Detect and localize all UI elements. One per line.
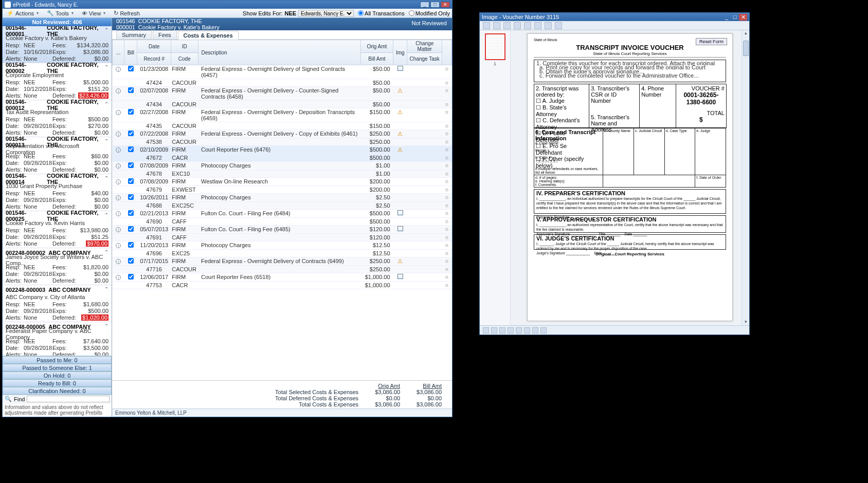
actions-menu[interactable]: ⚡Actions — [5, 9, 41, 17]
minimize-button[interactable]: _ — [420, 2, 429, 8]
image-icon[interactable] — [397, 274, 403, 279]
close-button[interactable]: ✕ — [441, 2, 450, 8]
row-menu-icon[interactable]: ≡ — [442, 170, 451, 178]
bill-checkbox[interactable] — [128, 194, 134, 200]
collapse-icon[interactable]: ⌃ — [104, 138, 109, 144]
col-orig-amt[interactable]: Orig Amt — [360, 40, 393, 53]
row-menu-icon[interactable]: ≡ — [442, 87, 451, 101]
page-thumbnail[interactable] — [485, 33, 505, 60]
info-icon[interactable]: i — [116, 243, 121, 248]
info-icon[interactable]: i — [116, 227, 121, 232]
row-menu-icon[interactable]: ≡ — [442, 218, 451, 226]
case-item[interactable]: ⌃ 001546-000012 COOKIE FACTORY, THE Tax … — [3, 100, 112, 137]
row-menu-icon[interactable]: ≡ — [442, 257, 451, 266]
col-selector[interactable]: ... — [113, 40, 124, 65]
reset-form-button[interactable]: Reset Form — [696, 38, 727, 45]
col-id[interactable]: ID — [171, 40, 198, 53]
row-menu-icon[interactable]: ≡ — [442, 273, 451, 282]
tab-summary[interactable]: Summary — [116, 30, 152, 39]
viewer-tool-icon[interactable] — [555, 22, 562, 29]
not-reviewed-header[interactable]: Not Reviewed: 406 — [3, 18, 112, 26]
refresh-button[interactable]: ↻Refresh — [112, 9, 142, 17]
status-button[interactable]: On Hold: 0 — [3, 371, 112, 379]
modified-only-radio[interactable]: Modified Only — [409, 10, 450, 16]
row-menu-icon[interactable]: ≡ — [442, 186, 451, 194]
info-icon[interactable]: i — [116, 110, 121, 115]
info-icon[interactable]: i — [116, 195, 121, 200]
case-list[interactable]: ⌃ 001546-000001 COOKIE FACTORY, THE Cook… — [3, 26, 112, 356]
bill-checkbox[interactable] — [128, 258, 134, 264]
viewer-tool-icon[interactable] — [545, 22, 552, 29]
info-icon[interactable]: i — [116, 67, 121, 72]
col-change-matter[interactable]: Change Matter — [407, 40, 442, 53]
row-menu-icon[interactable]: ≡ — [442, 79, 451, 87]
row-menu-icon[interactable]: ≡ — [442, 226, 451, 234]
row-menu-icon[interactable]: ≡ — [442, 250, 451, 257]
info-icon[interactable]: i — [116, 88, 121, 94]
collapse-icon[interactable]: ⌃ — [104, 212, 109, 218]
viewer-maximize[interactable]: □ — [731, 14, 739, 20]
viewer-tool-icon[interactable] — [493, 22, 500, 29]
info-icon[interactable]: i — [116, 132, 121, 137]
row-menu-icon[interactable]: ≡ — [442, 162, 451, 170]
case-item[interactable]: ⌃ 002248-000002 ABC COMPANY James Joyce … — [3, 248, 112, 285]
collapse-icon[interactable]: ⌃ — [104, 64, 109, 70]
bill-checkbox[interactable] — [128, 66, 134, 71]
bill-checkbox[interactable] — [128, 87, 134, 93]
col-date[interactable]: Date — [137, 40, 171, 53]
col-description[interactable]: Description — [198, 40, 360, 65]
viewer-minimize[interactable]: _ — [722, 14, 731, 20]
status-button[interactable]: Passed to Me: 0 — [3, 356, 112, 364]
collapse-icon[interactable]: ⌃ — [104, 323, 109, 329]
document-page[interactable]: Reset Form State of Illinois TRANSCRIPT … — [511, 30, 749, 325]
maximize-button[interactable]: □ — [430, 2, 440, 8]
row-menu-icon[interactable]: ≡ — [442, 178, 451, 186]
bill-checkbox[interactable] — [128, 146, 134, 152]
collapse-icon[interactable]: ⌃ — [104, 249, 109, 255]
viewer-tool-icon[interactable] — [503, 22, 511, 29]
case-item[interactable]: ⌃ 001546-000013 COOKIE FACTORY, THE Repr… — [3, 137, 112, 174]
image-icon[interactable] — [397, 66, 403, 71]
row-menu-icon[interactable]: ≡ — [442, 130, 451, 138]
expense-row[interactable]: i 11/20/2013FIRM Photocopy Charges$12.50… — [113, 242, 452, 250]
row-menu-icon[interactable]: ≡ — [442, 266, 451, 273]
bill-checkbox[interactable] — [128, 109, 134, 115]
expense-row[interactable]: i 10/26/2011FIRM Photocopy Charges$2.50 … — [113, 194, 452, 202]
expense-row[interactable]: i 12/06/2017FIRM Court Reporter Fees (65… — [113, 273, 452, 282]
viewer-tool-icon[interactable] — [534, 22, 541, 29]
bill-checkbox[interactable] — [128, 226, 134, 232]
info-icon[interactable]: i — [116, 275, 121, 280]
bill-checkbox[interactable] — [128, 178, 134, 184]
collapse-icon[interactable]: ⌃ — [104, 27, 109, 33]
bill-checkbox[interactable] — [128, 210, 134, 216]
tab-costs-expenses[interactable]: Costs & Expenses — [178, 31, 239, 40]
tools-menu[interactable]: 🔧Tools — [45, 9, 76, 17]
bill-checkbox[interactable] — [128, 131, 134, 136]
status-button[interactable]: Passed to Someone Else: 1 — [3, 364, 112, 371]
case-item[interactable]: ⌃ 001546-000025 COOKIE FACTORY, THE Cook… — [3, 211, 112, 248]
status-button[interactable]: Clarification Needed: 0 — [3, 387, 112, 395]
expense-row[interactable]: i 01/23/2008FIRM Federal Express - Overn… — [113, 65, 452, 79]
expense-row[interactable]: i 07/17/2015FIRM Federal Express - Overn… — [113, 257, 452, 266]
viewer-scrollbar[interactable]: ▴▾ — [742, 30, 749, 325]
expense-row[interactable]: i 02/21/2013FIRM Fulton Co. Court - Fili… — [113, 210, 452, 218]
info-icon[interactable]: i — [116, 147, 121, 153]
info-icon[interactable]: i — [116, 163, 121, 169]
expense-row[interactable]: i 07/22/2008FIRM Federal Express - Overn… — [113, 130, 452, 138]
expense-row[interactable]: i 07/08/2009FIRM Photocopy Charges$1.00 … — [113, 162, 452, 170]
all-transactions-radio[interactable]: All Transactions — [358, 10, 405, 16]
view-menu[interactable]: 👁View — [80, 10, 108, 17]
row-menu-icon[interactable]: ≡ — [442, 108, 451, 122]
viewer-tool-icon[interactable] — [483, 22, 490, 29]
bill-checkbox[interactable] — [128, 274, 134, 280]
info-icon[interactable]: i — [116, 259, 121, 264]
col-img[interactable]: Img — [393, 40, 407, 65]
expense-row[interactable]: i 02/10/2009FIRM Court Reporter Fees (64… — [113, 146, 452, 154]
status-button[interactable]: Ready to Bill: 0 — [3, 379, 112, 387]
collapse-icon[interactable]: ⌃ — [104, 175, 109, 181]
edits-for-select[interactable]: Edwards, Nancy E. — [298, 10, 354, 17]
bill-checkbox[interactable] — [128, 242, 134, 248]
case-item[interactable]: ⌃ 001546-000001 COOKIE FACTORY, THE Cook… — [3, 26, 112, 63]
collapse-icon[interactable]: ⌃ — [104, 286, 109, 292]
row-menu-icon[interactable]: ≡ — [442, 202, 451, 210]
